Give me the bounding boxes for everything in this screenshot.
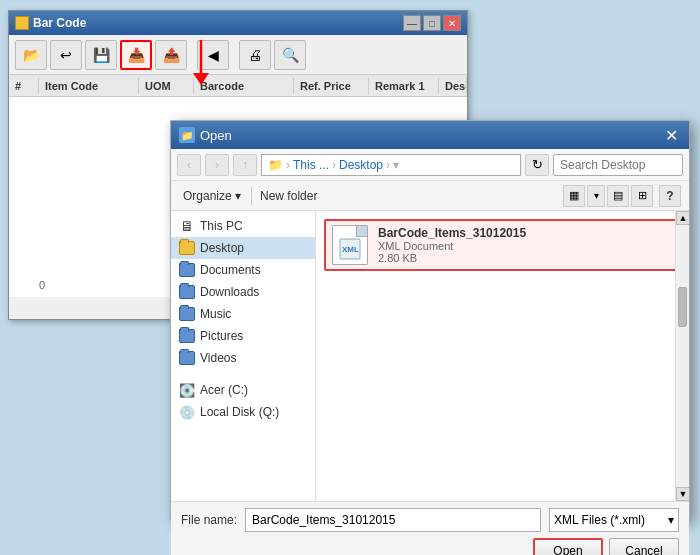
nav-refresh-button[interactable]: ↻ — [525, 154, 549, 176]
annotation-arrow — [171, 35, 231, 85]
nav-back-button[interactable]: ‹ — [177, 154, 201, 176]
dialog-sidebar: 🖥 This PC Desktop Documents — [171, 211, 316, 501]
sidebar-item-videos[interactable]: Videos — [171, 347, 315, 369]
barcode-title-area: Bar Code — [15, 16, 86, 30]
nav-path-bar[interactable]: 📁 › This ... › Desktop › ▾ — [261, 154, 521, 176]
file-size: 2.80 KB — [378, 252, 675, 264]
view-btn-2[interactable]: ▤ — [607, 185, 629, 207]
sidebar-item-this-pc[interactable]: 🖥 This PC — [171, 215, 315, 237]
scrollbar-thumb[interactable] — [678, 287, 687, 327]
scrollbar-up-arrow[interactable]: ▲ — [676, 211, 689, 225]
sidebar-item-local-q[interactable]: 💿 Local Disk (Q:) — [171, 401, 315, 423]
sidebar-label-desktop: Desktop — [200, 241, 244, 255]
nav-path-this-pc[interactable]: This ... — [293, 158, 329, 172]
sidebar-item-downloads[interactable]: Downloads — [171, 281, 315, 303]
sidebar-item-acer-c[interactable]: 💽 Acer (C:) — [171, 379, 315, 401]
sidebar-label-music: Music — [200, 307, 231, 321]
dialog-navbar: ‹ › ↑ 📁 › This ... › Desktop › ▾ ↻ — [171, 149, 689, 181]
barcode-title: Bar Code — [33, 16, 86, 30]
scrollbar-down-arrow[interactable]: ▼ — [676, 487, 689, 501]
toolbar-open-button[interactable]: 📂 — [15, 40, 47, 70]
nav-path-dropdown[interactable]: ▾ — [393, 158, 399, 172]
filename-input[interactable] — [245, 508, 541, 532]
view-buttons: ▦ ▾ ▤ ⊞ — [563, 185, 653, 207]
filename-row: File name: XML Files (*.xml) ▾ — [181, 508, 679, 532]
help-button[interactable]: ? — [659, 185, 681, 207]
folder-videos-icon — [179, 350, 195, 366]
drive-local-q-icon: 💿 — [179, 404, 195, 420]
svg-marker-1 — [193, 73, 209, 85]
barcode-minimize-button[interactable]: — — [403, 15, 421, 31]
nav-forward-button[interactable]: › — [205, 154, 229, 176]
dialog-titlebar: 📁 Open ✕ — [171, 121, 689, 149]
col-remark: Remark 1 — [369, 78, 439, 94]
sidebar-label-local-q: Local Disk (Q:) — [200, 405, 279, 419]
sidebar-item-pictures[interactable]: Pictures — [171, 325, 315, 347]
col-item-code: Item Code — [39, 78, 139, 94]
filetype-dropdown-arrow: ▾ — [668, 513, 674, 527]
sidebar-label-documents: Documents — [200, 263, 261, 277]
dialog-toolbar2: Organize ▾ New folder ▦ ▾ ▤ ⊞ ? — [171, 181, 689, 211]
nav-up-button[interactable]: ↑ — [233, 154, 257, 176]
dialog-app-icon: 📁 — [179, 127, 195, 143]
xml-inner-icon: XML — [337, 236, 363, 262]
barcode-toolbar: 📂 ↩ 💾 📥 📤 ◀ 🖨 🔍 — [9, 35, 467, 75]
filetype-dropdown[interactable]: XML Files (*.xml) ▾ — [549, 508, 679, 532]
barcode-close-button[interactable]: ✕ — [443, 15, 461, 31]
xml-file-icon: XML — [332, 225, 368, 265]
file-info: BarCode_Items_31012015 XML Document 2.80… — [378, 226, 675, 264]
dialog-content: XML BarCode_Items_31012015 XML Document … — [316, 211, 689, 501]
cancel-button[interactable]: Cancel — [609, 538, 679, 555]
folder-documents-icon — [179, 262, 195, 278]
nav-path-icon: 📁 — [268, 158, 283, 172]
sidebar-label-this-pc: This PC — [200, 219, 243, 233]
filetype-value: XML Files (*.xml) — [554, 513, 645, 527]
dialog-title-area: 📁 Open — [179, 127, 232, 143]
action-row: Open Cancel — [181, 538, 679, 555]
sidebar-item-music[interactable]: Music — [171, 303, 315, 325]
sidebar-label-acer-c: Acer (C:) — [200, 383, 248, 397]
barcode-app-icon — [15, 16, 29, 30]
nav-search-input[interactable] — [553, 154, 683, 176]
organize-button[interactable]: Organize ▾ — [179, 187, 245, 205]
drive-acer-icon: 💽 — [179, 382, 195, 398]
toolbar-import-button[interactable]: 📥 — [120, 40, 152, 70]
new-folder-button[interactable]: New folder — [251, 187, 325, 205]
toolbar-print-button[interactable]: 🖨 — [239, 40, 271, 70]
col-descr: Descr — [439, 78, 467, 94]
view-dropdown[interactable]: ▾ — [587, 185, 605, 207]
open-dialog: 📁 Open ✕ ‹ › ↑ 📁 › This ... › Desktop › … — [170, 120, 690, 520]
sidebar-item-documents[interactable]: Documents — [171, 259, 315, 281]
col-ref-price: Ref. Price — [294, 78, 369, 94]
nav-path-desktop[interactable]: Desktop — [339, 158, 383, 172]
sidebar-label-videos: Videos — [200, 351, 236, 365]
file-icon-container: XML — [330, 225, 370, 265]
dialog-bottom: File name: XML Files (*.xml) ▾ Open Canc… — [171, 501, 689, 555]
toolbar-undo-button[interactable]: ↩ — [50, 40, 82, 70]
dialog-body: 🖥 This PC Desktop Documents — [171, 211, 689, 501]
filename-label: File name: — [181, 513, 237, 527]
view-btn-3[interactable]: ⊞ — [631, 185, 653, 207]
barcode-titlebar: Bar Code — □ ✕ — [9, 11, 467, 35]
dialog-close-button[interactable]: ✕ — [661, 125, 681, 145]
sidebar-label-downloads: Downloads — [200, 285, 259, 299]
col-num: # — [9, 78, 39, 94]
view-btn-1[interactable]: ▦ — [563, 185, 585, 207]
pc-icon: 🖥 — [179, 218, 195, 234]
dialog-title: Open — [200, 128, 232, 143]
folder-desktop-icon — [179, 240, 195, 256]
barcode-maximize-button[interactable]: □ — [423, 15, 441, 31]
sidebar-item-desktop[interactable]: Desktop — [171, 237, 315, 259]
toolbar-search-button[interactable]: 🔍 — [274, 40, 306, 70]
file-name: BarCode_Items_31012015 — [378, 226, 675, 240]
open-button[interactable]: Open — [533, 538, 603, 555]
toolbar-save-button[interactable]: 💾 — [85, 40, 117, 70]
file-item-barcode[interactable]: XML BarCode_Items_31012015 XML Document … — [324, 219, 681, 271]
folder-music-icon — [179, 306, 195, 322]
barcode-win-controls: — □ ✕ — [403, 15, 461, 31]
content-scrollbar-vertical[interactable]: ▲ ▼ — [675, 211, 689, 501]
xml-svg-icon: XML — [338, 237, 362, 261]
row-count: 0 — [39, 279, 45, 291]
barcode-table-header: # Item Code UOM Barcode Ref. Price Remar… — [9, 75, 467, 97]
svg-text:XML: XML — [342, 245, 359, 254]
